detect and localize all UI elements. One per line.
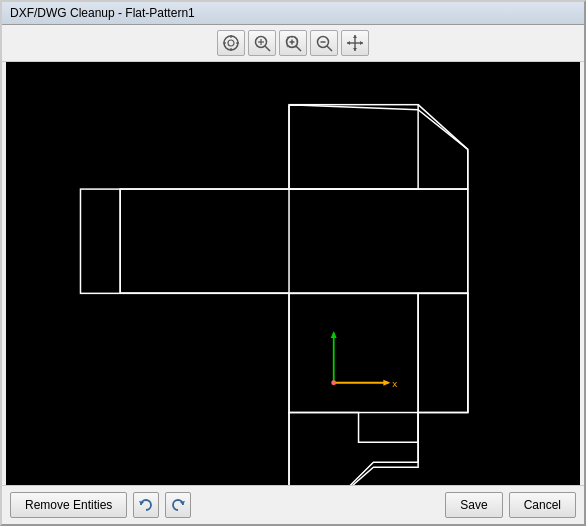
title-bar: DXF/DWG Cleanup - Flat-Pattern1 (2, 2, 584, 25)
svg-point-1 (228, 40, 234, 46)
zoom-out-button[interactable] (310, 30, 338, 56)
svg-rect-29 (418, 293, 468, 412)
svg-point-34 (331, 380, 336, 385)
zoom-extents-icon (253, 34, 271, 52)
zoom-in-button[interactable] (279, 30, 307, 56)
svg-point-0 (224, 36, 238, 50)
svg-line-16 (327, 46, 332, 51)
zoom-out-icon (315, 34, 333, 52)
cancel-button[interactable]: Cancel (509, 492, 576, 518)
bottom-left-actions: Remove Entities (10, 492, 191, 518)
pan-button[interactable] (341, 30, 369, 56)
svg-marker-23 (360, 41, 363, 45)
redo-icon (170, 497, 186, 513)
svg-marker-31 (331, 331, 337, 338)
svg-rect-28 (289, 293, 418, 412)
select-tool-button[interactable] (217, 30, 245, 56)
bottom-bar: Remove Entities Save Cancel (2, 485, 584, 524)
zoom-extents-button[interactable] (248, 30, 276, 56)
main-window: DXF/DWG Cleanup - Flat-Pattern1 (0, 0, 586, 526)
undo-button[interactable] (133, 492, 159, 518)
canvas-area[interactable]: x (6, 62, 580, 485)
svg-marker-33 (383, 380, 390, 386)
window-title: DXF/DWG Cleanup - Flat-Pattern1 (10, 6, 195, 20)
svg-rect-27 (80, 189, 467, 293)
pan-icon (346, 34, 364, 52)
toolbar (2, 25, 584, 62)
drawing-canvas: x (6, 62, 580, 485)
zoom-in-icon (284, 34, 302, 52)
svg-marker-22 (347, 41, 350, 45)
svg-line-7 (265, 46, 270, 51)
svg-line-25 (418, 105, 468, 150)
svg-rect-24 (289, 105, 418, 189)
bottom-right-actions: Save Cancel (445, 492, 576, 518)
select-icon (222, 34, 240, 52)
svg-marker-21 (353, 48, 357, 51)
undo-icon (138, 497, 154, 513)
svg-marker-20 (353, 35, 357, 38)
save-button[interactable]: Save (445, 492, 502, 518)
svg-text:x: x (392, 378, 397, 389)
redo-button[interactable] (165, 492, 191, 518)
remove-entities-button[interactable]: Remove Entities (10, 492, 127, 518)
